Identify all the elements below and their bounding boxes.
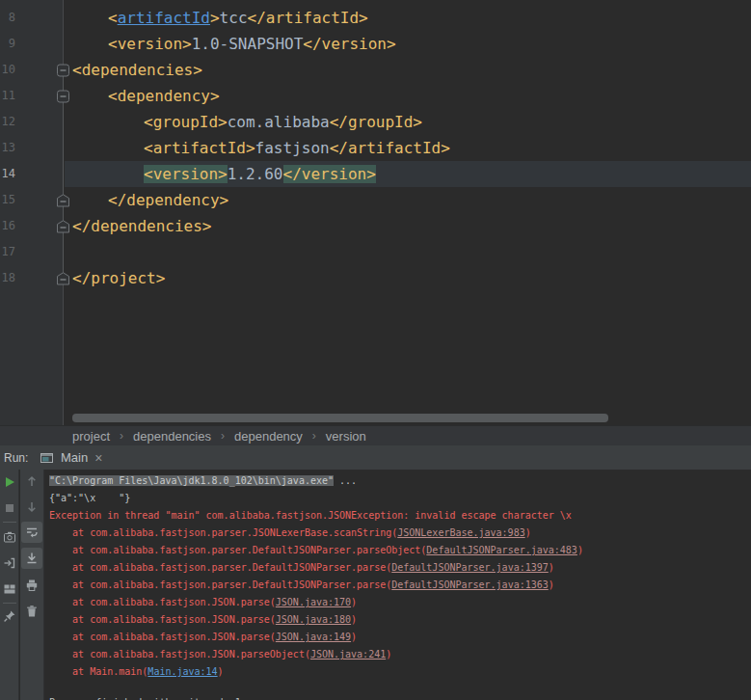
breadcrumb-chevron-icon: › [120,429,123,443]
fold-collapse-icon[interactable] [57,64,69,77]
fold-collapse-icon[interactable] [57,90,69,103]
code-line[interactable]: 11<dependency> [0,83,751,109]
breadcrumb-chevron-icon: › [312,429,316,443]
stop-button[interactable] [2,500,17,516]
console-output[interactable]: "C:\Program Files\Java\jdk1.8.0_102\bin\… [45,470,751,700]
code-text: </project> [72,265,165,291]
breadcrumb-item-project[interactable]: project [72,429,110,444]
xml-tag-token: </artifactId> [330,139,450,157]
soft-wrap-button[interactable] [24,525,40,540]
xml-tag-token: <groupId> [108,0,192,1]
xml-text-token: tcphant [192,0,256,1]
xml-tag-token: </version> [303,35,395,53]
error-text: at com.alibaba.fastjson.parser.JSONLexer… [49,527,397,538]
code-text: <groupId>com.alibaba</groupId> [144,109,422,135]
xml-text-token: tcc [220,9,248,27]
code-line[interactable]: 14<version>1.2.60</version> [0,161,751,187]
stack-frame-link[interactable]: JSONLexerBase.java:983 [397,527,524,538]
error-text: ) [525,527,531,538]
console-line: at com.alibaba.fastjson.JSON.parseObject… [49,646,751,663]
screenshot-button[interactable] [2,529,17,545]
ide-window: { "colors": { "editor_bg": "#2b2b2b", "g… [0,0,751,700]
code-line[interactable]: 15</dependency> [0,187,751,213]
stack-frame-link[interactable]: Main.java:14 [148,666,217,677]
rerun-button[interactable] [2,474,17,490]
error-text: ) [351,597,357,607]
error-text: ) [549,562,554,573]
xml-tag-token: <dependency> [108,87,220,105]
xml-text-token: com.alibaba [228,113,330,131]
error-text: at com.alibaba.fastjson.parser.DefaultJS… [49,545,426,555]
code-line[interactable]: 12<groupId>com.alibaba</groupId> [0,109,751,135]
line-number: 8 [0,5,15,31]
console-text: ... [334,475,357,486]
stack-frame-link[interactable]: DefaultJSONParser.java:483 [426,545,577,555]
run-tab-main[interactable]: Main × [32,445,110,470]
fold-marker[interactable] [57,220,69,233]
code-line[interactable]: 13<artifactId>fastjson</artifactId> [0,135,751,161]
up-icon [24,473,40,489]
stack-frame-link[interactable]: JSON.java:170 [276,597,351,607]
error-text: at com.alibaba.fastjson.parser.DefaultJS… [49,579,391,590]
fold-expand-icon[interactable] [57,194,69,207]
pin-icon [2,608,17,624]
exit-icon [2,555,17,571]
toolbar-separator [3,603,16,604]
line-number: 10 [0,57,15,83]
fold-marker[interactable] [57,272,69,285]
pin-tab-button[interactable] [2,608,17,624]
scrollend-icon [24,551,40,566]
code-line[interactable]: 17 [0,239,751,265]
code-line[interactable]: 16</dependencies> [0,213,751,239]
code-line[interactable]: 8<artifactId>tcc</artifactId> [0,5,751,31]
code-text: <dependency> [108,83,220,109]
line-number: 13 [0,135,15,161]
breadcrumb-item-dependencies[interactable]: dependencies [133,429,211,444]
stack-frame-link[interactable]: JSON.java:241 [310,649,386,660]
code-text: <version>1.0-SNAPSHOT</version> [108,31,396,57]
stack-frame-link[interactable]: JSON.java:149 [276,632,351,642]
exit-button[interactable] [2,555,17,571]
layout-icon [2,581,17,597]
breadcrumb-chevron-icon: › [221,429,225,443]
xml-tag-token: </dependency> [108,191,228,209]
code-line[interactable]: 10<dependencies> [0,57,751,83]
stack-frame-link[interactable]: DefaultJSONParser.java:1363 [391,579,549,590]
xml-editor[interactable]: 7<groupId>tcphant</groupId>8<artifactId>… [0,0,751,425]
error-text: at com.alibaba.fastjson.JSON.parse( [49,597,276,607]
next-occurrence-button[interactable] [24,499,40,515]
horizontal-scrollbar[interactable] [72,414,608,422]
console-line: {"a":"\x "} [49,490,751,507]
line-number: 15 [0,187,15,213]
breadcrumb-item-version[interactable]: version [326,429,366,444]
xml-tag-token: <groupId> [144,113,228,131]
console-line: Process finished with exit code 1 [49,694,751,700]
fold-marker[interactable] [57,64,69,77]
console-line: at com.alibaba.fastjson.JSON.parse(JSON.… [49,611,751,629]
stack-frame-link[interactable]: JSON.java:180 [276,614,351,625]
fold-marker[interactable] [57,194,69,207]
console-line: at com.alibaba.fastjson.parser.DefaultJS… [49,559,751,577]
fold-expand-icon[interactable] [57,272,69,285]
prev-occurrence-button[interactable] [24,473,40,489]
tab-close-icon[interactable]: × [94,451,102,465]
fold-expand-icon[interactable] [57,220,69,233]
print-button[interactable] [24,578,40,593]
code-text: <dependencies> [72,57,202,83]
code-line[interactable]: 9<version>1.0-SNAPSHOT</version> [0,31,751,57]
stack-frame-link[interactable]: DefaultJSONParser.java:1397 [391,562,549,573]
run-toolbar [0,470,19,700]
line-number: 11 [0,83,15,109]
console-line: at Main.main(Main.java:14) [49,663,751,681]
artifactid-hyperlink[interactable]: artifactId [118,9,210,27]
code-line[interactable]: 18</project> [0,265,751,291]
wrap-icon [24,525,40,540]
scroll-to-end-button[interactable] [24,551,40,566]
xml-tag-token: </artifactId> [248,9,368,27]
restore-layout-button[interactable] [2,581,17,597]
breadcrumb-item-dependency[interactable]: dependency [234,429,303,444]
trash-icon [24,604,40,619]
clear-console-button[interactable] [24,604,40,619]
fold-marker[interactable] [57,90,69,103]
console-line: at com.alibaba.fastjson.parser.DefaultJS… [49,577,751,594]
